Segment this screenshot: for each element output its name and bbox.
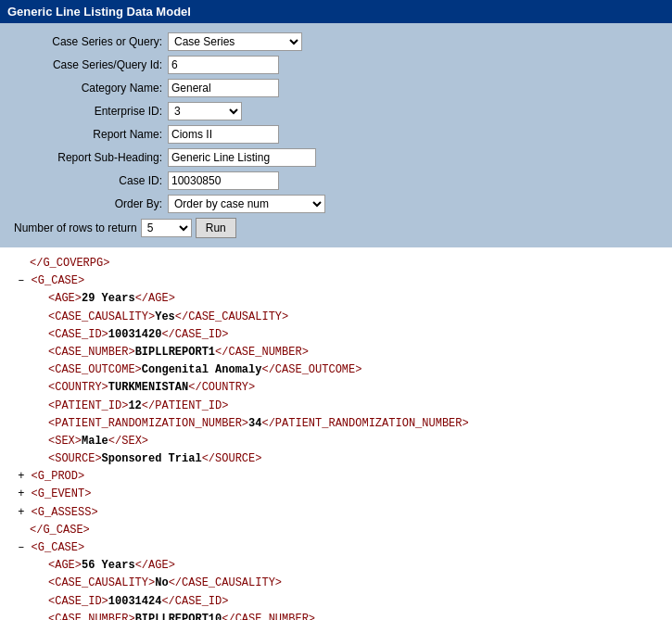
report-sub-heading-row: Report Sub-Heading: (14, 148, 658, 167)
order-by-select[interactable]: Order by case num (168, 195, 325, 213)
xml-line: <CASE_NUMBER>BIPLLREPORT1</CASE_NUMBER> (48, 344, 661, 361)
enterprise-id-select[interactable]: 3 (168, 102, 242, 120)
xml-line: <CASE_OUTCOME>Congenital Anomaly</CASE_O… (48, 361, 661, 379)
xml-line: <CASE_CAUSALITY>No</CASE_CAUSALITY> (48, 575, 661, 592)
rows-area: Number of rows to return 5 10 20 50 Run (14, 218, 658, 238)
case-series-id-label: Case Series/Query Id: (14, 58, 162, 71)
category-name-label: Category Name: (14, 82, 162, 95)
xml-line: </G_COVERPG> (30, 255, 661, 272)
xml-area: </G_COVERPG> – <G_CASE> <AGE>29 Years</A… (0, 247, 672, 620)
toggle-g-prod[interactable]: + (11, 470, 32, 483)
title-bar: Generic Line Listing Data Model (0, 0, 672, 23)
xml-line: – <G_CASE> (11, 272, 661, 290)
xml-line: + <G_PROD> (11, 468, 661, 486)
xml-line: <PATIENT_RANDOMIZATION_NUMBER>34</PATIEN… (48, 415, 661, 433)
rows-label: Number of rows to return (14, 221, 137, 234)
case-series-id-row: Case Series/Query Id: (14, 56, 658, 74)
order-by-row: Order By: Order by case num (14, 195, 658, 213)
report-name-label: Report Name: (14, 128, 162, 141)
rows-select[interactable]: 5 10 20 50 (141, 219, 192, 237)
case-id-row: Case ID: (14, 171, 658, 190)
xml-line: <SOURCE>Sponsored Trial</SOURCE> (48, 450, 661, 468)
toggle-g-event[interactable]: + (11, 487, 32, 500)
case-series-id-input[interactable] (168, 56, 279, 74)
title-bar-label: Generic Line Listing Data Model (7, 5, 191, 19)
enterprise-id-label: Enterprise ID: (14, 105, 162, 118)
report-sub-heading-input[interactable] (168, 148, 316, 167)
xml-line: <AGE>56 Years</AGE> (48, 557, 661, 575)
xml-line: <CASE_NUMBER>BIPLLREPORT10</CASE_NUMBER> (48, 611, 661, 620)
run-button[interactable]: Run (196, 218, 236, 238)
xml-line: + <G_ASSESS> (11, 504, 661, 522)
xml-line: – <G_CASE> (11, 539, 661, 557)
xml-line: + <G_EVENT> (11, 486, 661, 503)
enterprise-id-row: Enterprise ID: 3 (14, 102, 658, 120)
toggle-g-case-1[interactable]: – (11, 274, 32, 287)
report-name-input[interactable] (168, 125, 279, 144)
order-by-label: Order By: (14, 197, 162, 210)
case-series-select[interactable]: Case Series Query (168, 32, 302, 51)
toggle-g-assess[interactable]: + (11, 506, 32, 519)
xml-line: <PATIENT_ID>12</PATIENT_ID> (48, 398, 661, 415)
xml-line: <CASE_ID>10031424</CASE_ID> (48, 593, 661, 611)
category-name-row: Category Name: (14, 79, 658, 97)
case-id-input[interactable] (168, 171, 279, 190)
xml-line: <AGE>29 Years</AGE> (48, 290, 661, 308)
xml-line: <CASE_CAUSALITY>Yes</CASE_CAUSALITY> (48, 309, 661, 326)
xml-line: <COUNTRY>TURKMENISTAN</COUNTRY> (48, 379, 661, 397)
form-area: Case Series or Query: Case Series Query … (0, 23, 672, 247)
case-series-row: Case Series or Query: Case Series Query (14, 32, 658, 51)
report-sub-heading-label: Report Sub-Heading: (14, 151, 162, 164)
xml-line: <SEX>Male</SEX> (48, 433, 661, 450)
category-name-input[interactable] (168, 79, 279, 97)
report-name-row: Report Name: (14, 125, 658, 144)
xml-line: <CASE_ID>10031420</CASE_ID> (48, 326, 661, 344)
case-series-label: Case Series or Query: (14, 35, 162, 48)
toggle-g-case-2[interactable]: – (11, 541, 32, 554)
xml-line: </G_CASE> (30, 522, 661, 539)
case-id-label: Case ID: (14, 174, 162, 187)
